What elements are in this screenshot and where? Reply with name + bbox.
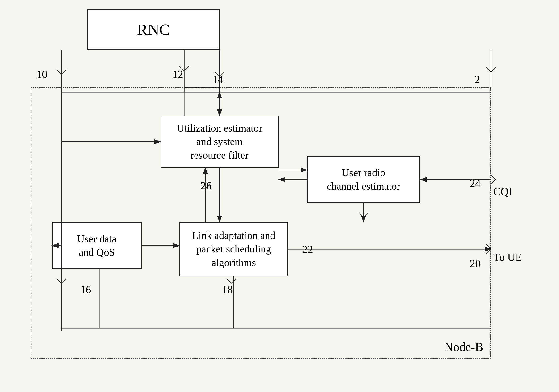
nodeb-label: Node-B bbox=[444, 340, 483, 354]
svg-line-18 bbox=[491, 179, 496, 184]
svg-line-36 bbox=[57, 70, 61, 75]
ref-14: 14 bbox=[213, 73, 223, 86]
ref-2: 2 bbox=[475, 73, 480, 86]
ref-10: 10 bbox=[37, 68, 47, 81]
ref-24: 24 bbox=[470, 177, 481, 190]
rnc-label: RNC bbox=[137, 20, 170, 39]
util-estimator-box: Utilization estimatorand systemresource … bbox=[160, 116, 279, 168]
ref-18: 18 bbox=[222, 283, 233, 296]
svg-line-37 bbox=[61, 70, 66, 75]
ref-26: 26 bbox=[201, 179, 212, 192]
svg-line-17 bbox=[491, 175, 496, 179]
user-data-box: User dataand QoS bbox=[52, 222, 142, 269]
svg-line-35 bbox=[184, 66, 189, 71]
ref-16: 16 bbox=[80, 283, 91, 296]
ref-22: 22 bbox=[302, 243, 313, 256]
cqi-label: CQI bbox=[493, 185, 512, 198]
radio-channel-box: User radiochannel estimator bbox=[307, 156, 420, 203]
ref-20: 20 bbox=[470, 257, 481, 270]
util-estimator-label: Utilization estimatorand systemresource … bbox=[177, 121, 262, 162]
ref-12: 12 bbox=[172, 68, 183, 81]
rnc-box: RNC bbox=[87, 9, 220, 50]
radio-channel-label: User radiochannel estimator bbox=[327, 166, 400, 193]
link-adapt-box: Link adaptation andpacket schedulingalgo… bbox=[179, 222, 288, 276]
user-data-label: User dataand QoS bbox=[77, 232, 116, 259]
svg-line-41 bbox=[491, 67, 496, 72]
svg-line-40 bbox=[486, 67, 491, 72]
link-adapt-label: Link adaptation andpacket schedulingalgo… bbox=[192, 229, 275, 270]
to-ue-label: To UE bbox=[493, 251, 522, 263]
